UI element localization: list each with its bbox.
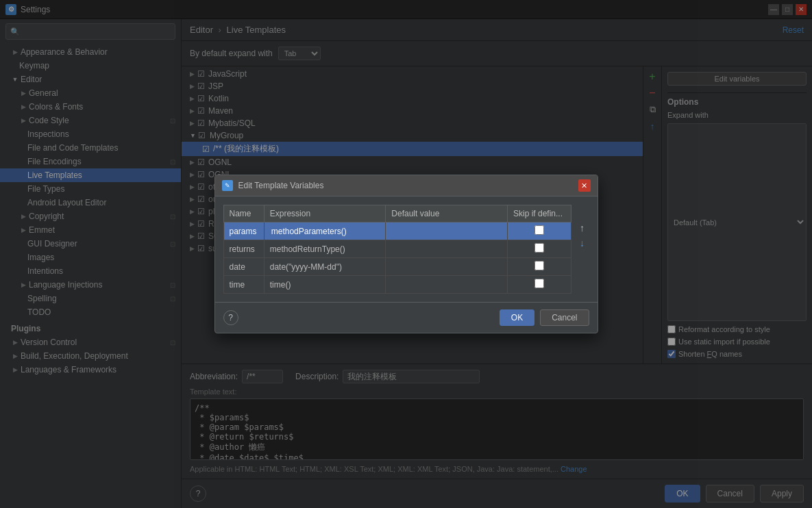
returns-skip-checkbox[interactable]: [534, 243, 544, 253]
edit-template-variables-dialog: ✎ Edit Template Variables ✕ Name Express…: [214, 175, 598, 333]
variables-table: Name Expression Default value Skip if de…: [223, 205, 571, 294]
params-skip-checkbox[interactable]: [534, 225, 544, 235]
move-up-var-button[interactable]: ↑: [576, 221, 589, 235]
time-skip-checkbox[interactable]: [534, 279, 544, 288]
dialog-footer: ? OK Cancel: [215, 302, 598, 333]
dialog-body: Name Expression Default value Skip if de…: [215, 196, 598, 302]
dialog-table-wrap: Name Expression Default value Skip if de…: [223, 205, 589, 294]
var-name-returns: returns: [223, 240, 264, 258]
dialog-ok-button[interactable]: OK: [500, 309, 534, 326]
move-down-var-button[interactable]: ↓: [576, 236, 589, 250]
var-name-date: date: [223, 258, 264, 276]
dialog-cancel-button[interactable]: Cancel: [540, 309, 589, 326]
params-default-input[interactable]: [391, 226, 502, 237]
dialog-help-button[interactable]: ?: [223, 310, 238, 325]
dialog-title: Edit Template Variables: [238, 181, 578, 190]
var-skip-date[interactable]: [507, 258, 571, 276]
var-expression-time[interactable]: time(): [264, 276, 386, 294]
date-skip-checkbox[interactable]: [534, 261, 544, 270]
var-expression-params[interactable]: [264, 223, 386, 240]
var-name-params: params: [223, 223, 264, 240]
var-default-date[interactable]: [386, 258, 508, 276]
var-skip-returns[interactable]: [507, 240, 571, 258]
dialog-title-bar: ✎ Edit Template Variables ✕: [215, 175, 598, 196]
var-name-time: time: [223, 276, 264, 294]
var-default-time[interactable]: [386, 276, 508, 294]
col-expression: Expression: [264, 205, 386, 223]
var-default-params[interactable]: [386, 223, 508, 240]
col-skip: Skip if defin...: [507, 205, 571, 223]
var-expression-date[interactable]: date("yyyy-MM-dd"): [264, 258, 386, 276]
dialog-side-buttons: ↑ ↓: [576, 205, 589, 294]
dialog-overlay: ✎ Edit Template Variables ✕ Name Express…: [0, 0, 812, 508]
table-row[interactable]: returns methodReturnType(): [223, 240, 571, 258]
var-skip-time[interactable]: [507, 276, 571, 294]
dialog-close-button[interactable]: ✕: [578, 179, 591, 192]
params-expression-input[interactable]: [270, 226, 380, 237]
col-default-value: Default value: [386, 205, 508, 223]
var-skip-params[interactable]: [507, 223, 571, 240]
var-expression-returns[interactable]: methodReturnType(): [264, 240, 386, 258]
col-name: Name: [223, 205, 264, 223]
var-default-returns[interactable]: [386, 240, 508, 258]
dialog-icon: ✎: [222, 180, 233, 191]
table-row[interactable]: time time(): [223, 276, 571, 294]
table-row[interactable]: date date("yyyy-MM-dd"): [223, 258, 571, 276]
table-row[interactable]: params: [223, 223, 571, 240]
dialog-action-buttons: OK Cancel: [500, 309, 589, 326]
